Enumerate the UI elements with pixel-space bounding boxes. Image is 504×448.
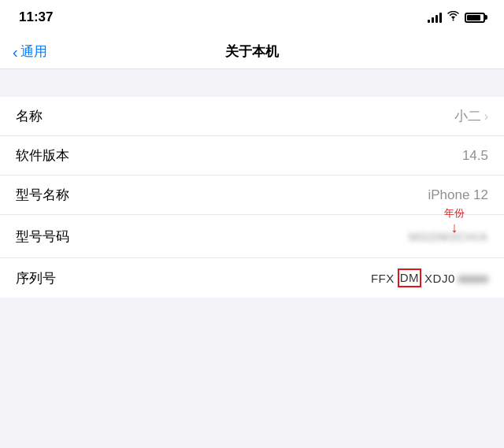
status-time: 11:37 (19, 9, 53, 25)
name-value-area: 小二 › (454, 107, 488, 125)
model-number-label: 型号号码 (16, 228, 69, 246)
back-chevron-icon: ‹ (13, 44, 18, 60)
status-icons (428, 11, 485, 24)
back-button[interactable]: ‹ 通用 (13, 43, 47, 61)
section-gap (0, 69, 504, 97)
serial-row[interactable]: 序列号 FFX DM XDJ0 ●●●● (0, 258, 504, 298)
back-label: 通用 (20, 43, 47, 61)
model-number-row[interactable]: 型号号码 MGDM3CH/A 年份 ↓ (0, 215, 504, 258)
wifi-icon (447, 11, 460, 24)
nav-bar: ‹ 通用 关于本机 (0, 35, 504, 69)
software-label: 软件版本 (16, 146, 69, 165)
name-value: 小二 (454, 107, 481, 125)
name-label: 名称 (16, 107, 43, 125)
model-number-value: MGDM3CH/A (409, 230, 488, 243)
software-row[interactable]: 软件版本 14.5 (0, 136, 504, 176)
model-name-value: iPhone 12 (428, 187, 488, 203)
signal-bar-2 (432, 17, 434, 23)
signal-bar-1 (428, 20, 430, 23)
status-bar: 11:37 (0, 0, 504, 35)
serial-highlighted-chars: DM (398, 268, 421, 287)
serial-suffix: XDJ0 (424, 272, 455, 285)
signal-bar-3 (435, 15, 438, 23)
model-number-value-area: MGDM3CH/A 年份 ↓ (409, 230, 488, 243)
serial-prefix: FFX (371, 272, 395, 285)
model-name-row[interactable]: 型号名称 iPhone 12 (0, 176, 504, 215)
signal-icon (428, 12, 442, 23)
software-value-area: 14.5 (462, 148, 488, 164)
serial-blurred-suffix: ●●●● (458, 272, 488, 285)
settings-list: 名称 小二 › 软件版本 14.5 型号名称 iPhone 12 型号号码 MG… (0, 97, 504, 298)
model-name-value-area: iPhone 12 (428, 187, 488, 203)
software-value: 14.5 (462, 148, 488, 164)
page-title: 关于本机 (225, 43, 279, 61)
name-row[interactable]: 名称 小二 › (0, 97, 504, 136)
serial-value-area: FFX DM XDJ0 ●●●● (371, 268, 488, 287)
signal-bar-4 (439, 13, 442, 23)
name-chevron-icon: › (484, 109, 488, 124)
model-name-label: 型号名称 (16, 186, 69, 204)
battery-fill (467, 15, 480, 20)
battery-icon (465, 13, 485, 23)
serial-label: 序列号 (16, 269, 56, 287)
